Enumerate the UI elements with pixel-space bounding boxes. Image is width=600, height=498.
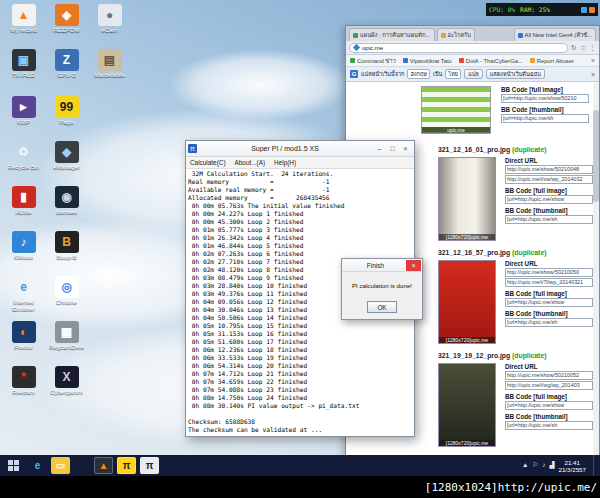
output-line: 0h 05m 51.680s Loop 17 finished (188, 338, 412, 346)
direct-url-label: Direct URL (505, 363, 593, 370)
tray-icon[interactable]: ♪ (542, 462, 545, 469)
image-thumbnail[interactable]: [1280x720]upic.me (438, 260, 496, 344)
bb-code-full-input[interactable]: [url=http://upic.me/show (505, 195, 593, 204)
desktop-icon-label: REEPOM (53, 27, 79, 34)
direct-url-input[interactable]: http://upic.me/show/50210052 (505, 371, 593, 380)
desktop-icon[interactable]: 99 Pago (45, 96, 88, 141)
upload-result-block: 321_12_16_01_pro.jpg (duplicate) [1280x7… (438, 146, 595, 241)
bb-code-thumb-input[interactable]: [url=http://upic.me/sh (501, 114, 589, 123)
translate-infobar: G แปลหน้าเว็บนี้จาก อังกฤษ เป็น ไทย แปล … (346, 67, 599, 82)
desktop-icon[interactable]: ▣ TK-FILE (2, 49, 45, 94)
desktop-icon[interactable]: ▦ RegcamDete (45, 321, 88, 366)
desktop-icon[interactable]: ◐ Firefox (2, 321, 45, 366)
close-icon[interactable]: × (406, 260, 421, 271)
taskbar-clock[interactable]: 21:41 21/3/2557 (558, 459, 586, 473)
desktop-icon[interactable]: B Boop-B (45, 231, 88, 276)
output-line: 0h 05m 10.795s Loop 15 finished (188, 322, 412, 330)
address-bar[interactable]: upic.me (349, 43, 568, 53)
desktop-icon-label: MarcellaMe (94, 72, 125, 79)
desktop-icon[interactable]: X Cybergamm (45, 366, 88, 411)
close-button[interactable]: × (399, 143, 412, 154)
bb-code-full-input[interactable]: [url=http://upic.me/show (505, 401, 593, 410)
super-pi-titlebar[interactable]: π Super PI / mod1.5 XS – □ × (186, 141, 414, 157)
translate-button[interactable]: แปล (464, 69, 483, 79)
image-thumbnail[interactable]: [1280x720]upic.me (438, 363, 496, 447)
desktop-icon[interactable]: ◈ REEPOM (45, 4, 88, 49)
bookmark-favicon-icon (459, 58, 464, 63)
bookmark-item[interactable]: DotA - ThaiCyberGa... (459, 56, 523, 66)
direct-file-url-input[interactable]: http://upic.me/i/7l/wp_20140321 (505, 278, 593, 287)
duplicate-badge: (duplicate) (512, 249, 546, 256)
translate-to-select[interactable]: ไทย (445, 69, 461, 79)
bb-code-thumb-input[interactable]: [url=http://upic.me/sh (505, 215, 593, 224)
taskbar-app-icon[interactable]: e (28, 457, 47, 474)
reload-icon[interactable]: ↻ (571, 44, 577, 51)
bookmark-item[interactable]: Report Abuser (530, 56, 574, 66)
browser-tab[interactable]: อะไรครับ (437, 28, 475, 41)
tray-icon[interactable]: ⚐ (532, 462, 538, 469)
desktop-icon-image: ▲ (12, 4, 36, 26)
menu-about[interactable]: About...(A) (235, 159, 266, 166)
taskbar-app-icon[interactable]: ▭ (51, 457, 70, 474)
desktop-icon[interactable]: ▮ HLMe (2, 186, 45, 231)
output-line (188, 410, 412, 418)
hardware-monitor-osd: CPU: 0% RAM: 25% (486, 3, 598, 16)
image-thumbnail[interactable]: [1280x720]upic.me (438, 157, 496, 241)
finish-dialog-titlebar[interactable]: Finish × (342, 259, 422, 272)
taskbar-app-icon[interactable]: ▲ (94, 457, 113, 474)
tab-favicon-icon (353, 33, 358, 38)
ok-button[interactable]: OK (367, 301, 397, 313)
scrollbar-thumb[interactable] (593, 110, 599, 202)
bookmark-item[interactable]: Command ข่าว (350, 56, 396, 66)
desktop-icon[interactable]: ♪ KMusic (2, 231, 45, 276)
show-original-button[interactable]: แสดงหน้าเว็บต้นฉบับ (486, 69, 545, 79)
bookmark-item[interactable]: Vipwuttikrai Tato (403, 56, 452, 66)
bookmark-star-icon[interactable]: ☆ (580, 44, 586, 51)
desktop-icon[interactable]: * Reezam (2, 366, 45, 411)
translate-from-select[interactable]: อังกฤษ (407, 69, 430, 79)
taskbar-app-icon[interactable]: π (117, 457, 136, 474)
bookmarks-overflow-chevron[interactable]: » (591, 57, 595, 64)
desktop-icon[interactable]: ◆ eManager (45, 141, 88, 186)
menu-calculate[interactable]: Calculate(C) (190, 159, 226, 166)
desktop-icon[interactable]: ● eCam (88, 4, 131, 49)
show-desktop-button[interactable] (593, 455, 597, 476)
desktop-icon[interactable]: ♻ Recycle Bin (2, 141, 45, 186)
taskbar-app-icon[interactable]: π (140, 457, 159, 474)
direct-url-input[interactable]: http://upic.me/show/50210048 (505, 165, 593, 174)
bb-code-full-input[interactable]: [url=http://upic.me/show/50210 (501, 94, 589, 103)
desktop-icon[interactable]: Z GPU-Z (45, 49, 88, 94)
bb-code-full-input[interactable]: [url=http://upic.me/show (505, 298, 593, 307)
desktop-icon[interactable]: ► KMP (2, 96, 45, 141)
direct-file-url-input[interactable]: http://upic.me/i/wg/wp_201403 (505, 381, 593, 390)
minimize-button[interactable]: – (373, 143, 386, 154)
page-scrollbar[interactable] (593, 82, 599, 457)
desktop-icon[interactable]: ◉ licenses (45, 186, 88, 231)
start-button[interactable] (2, 455, 24, 476)
screenshot-caption: [1280x1024]http://upic.me/ (425, 481, 597, 494)
maximize-button[interactable]: □ (386, 143, 399, 154)
desktop-icon-image: ◈ (55, 4, 79, 26)
browser-tab[interactable]: แผนผัง : การค้นหาแผนที่ภ... (349, 28, 435, 41)
translate-close-icon[interactable]: × (591, 71, 595, 78)
desktop-icon[interactable]: ▤ MarcellaMe (88, 49, 131, 94)
browser-tab[interactable]: All New Intel Gen4 (หัวข้... (514, 28, 596, 41)
osd-mini-icon (589, 7, 595, 13)
address-url: upic.me (362, 45, 383, 51)
upload-result-fields: Direct URL http://upic.me/show/50210050 … (505, 260, 593, 344)
bb-code-thumb-input[interactable]: [url=http://upic.me/sh (505, 421, 593, 430)
translate-prompt: แปลหน้าเว็บนี้จาก (361, 70, 404, 78)
bb-code-thumb-input[interactable]: [url=http://upic.me/sh (505, 318, 593, 327)
desktop-icon[interactable]: ▲ My record (2, 4, 45, 49)
desktop-icon-image: B (55, 231, 79, 253)
tray-icon[interactable]: ▲ (522, 462, 528, 469)
browser-menu-icon[interactable]: ⋮ (589, 44, 596, 51)
desktop-icon[interactable]: e Internet Explorer (2, 276, 45, 321)
direct-url-input[interactable]: http://upic.me/show/50210050 (505, 268, 593, 277)
direct-file-url-input[interactable]: http://upic.me/i/vw/wp_2014032 (505, 175, 593, 184)
desktop-icon-label: licenses (56, 209, 78, 216)
desktop-icon[interactable]: ◎ Chrome (45, 276, 88, 321)
image-thumbnail[interactable]: upic.me (421, 86, 491, 134)
menu-help[interactable]: Help(H) (274, 159, 296, 166)
tray-icon[interactable]: ▟ (549, 462, 554, 469)
